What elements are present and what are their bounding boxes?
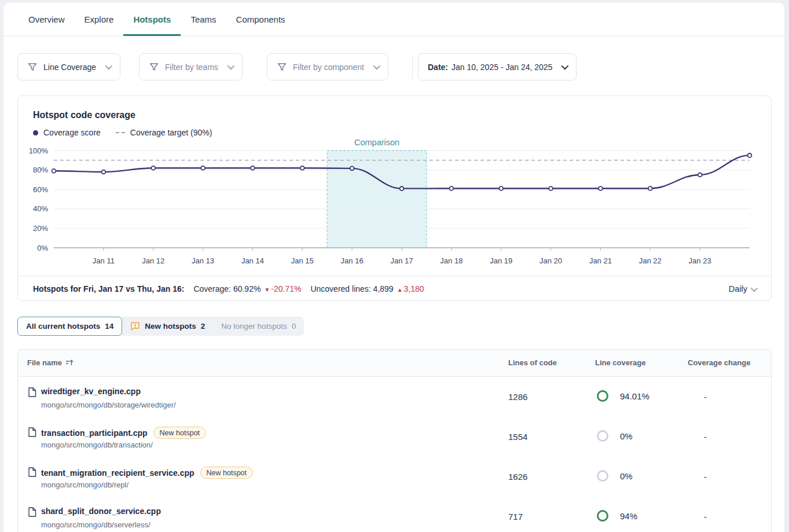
file-name: tenant_migration_recipient_service.cpp: [41, 468, 195, 478]
uncovered-summary: Uncovered lines: 4,899▲3,180: [310, 284, 424, 293]
teams-filter-dropdown[interactable]: Filter by teams: [139, 53, 243, 80]
coverage-change-value: -: [704, 432, 707, 442]
file-name: shard_split_donor_service.cpp: [41, 507, 161, 516]
svg-text:40%: 40%: [33, 204, 48, 213]
table-row[interactable]: shard_split_donor_service.cpp mongo/src/…: [18, 497, 771, 532]
svg-text:Jan 23: Jan 23: [689, 256, 711, 265]
tab-overview[interactable]: Overview: [19, 3, 75, 36]
chevron-down-icon: [373, 63, 381, 70]
svg-text:Jan 21: Jan 21: [589, 256, 612, 265]
chevron-down-icon: [227, 63, 234, 70]
legend-coverage-target: Coverage target (90%): [116, 128, 212, 137]
lines-of-code-value: 1626: [508, 472, 527, 482]
comment-alert-icon: [130, 321, 140, 331]
svg-text:0%: 0%: [37, 244, 48, 252]
coverage-ring-indicator: [597, 430, 608, 442]
hotspot-tab-group: All current hotspots 14 New hotspots 2 N…: [17, 317, 304, 336]
table-row[interactable]: tenant_migration_recipient_service.cppNe…: [18, 457, 771, 497]
svg-text:Jan 11: Jan 11: [93, 256, 115, 265]
coverage-summary: Coverage: 60.92%▼-20.71%: [193, 284, 301, 293]
tab-new-count: 2: [201, 322, 205, 331]
coverage-line-chart: 0%20%40%60%80%100%Jan 11Jan 12Jan 13Jan …: [23, 138, 775, 274]
coverage-score-dot: [33, 130, 38, 135]
coverage-percent: 94%: [620, 511, 637, 521]
tab-all-count: 14: [105, 322, 113, 331]
file-icon: [28, 387, 36, 397]
funnel-icon: [27, 62, 38, 72]
tab-hotspots[interactable]: Hotspots: [123, 3, 181, 36]
decrease-triangle-icon: ▼: [264, 287, 270, 293]
tab-new-hotspots[interactable]: New hotspots 2: [122, 317, 213, 336]
column-coverage-change: Coverage change: [688, 358, 750, 367]
svg-text:Jan 20: Jan 20: [540, 256, 562, 265]
legend-coverage-score: Coverage score: [33, 128, 101, 137]
hotspots-comparison-title: Hotspots for Fri, Jan 17 vs Thu, Jan 16:: [33, 284, 184, 293]
tab-all-label: All current hotspots: [26, 322, 100, 331]
new-hotspot-badge: New hotspot: [153, 427, 206, 439]
coverage-target-dash: [116, 132, 125, 133]
file-icon: [28, 427, 36, 437]
tab-components[interactable]: Components: [226, 3, 295, 36]
svg-text:Jan 14: Jan 14: [241, 256, 264, 265]
chart-footer: Hotspots for Fri, Jan 17 vs Thu, Jan 16:…: [18, 276, 771, 302]
svg-text:20%: 20%: [33, 224, 48, 233]
date-range-value: Jan 10, 2025 - Jan 24, 2025: [452, 63, 552, 72]
teams-filter-label: Filter by teams: [165, 63, 218, 72]
column-lines-of-code: Lines of code: [508, 358, 557, 367]
coverage-chart-card: Hotspot code coverage Coverage score Cov…: [17, 96, 772, 301]
filter-divider: [412, 56, 413, 79]
svg-text:Jan 16: Jan 16: [341, 256, 364, 265]
tab-new-label: New hotspots: [145, 322, 196, 331]
coverage-ring-indicator: [597, 510, 608, 522]
coverage-delta: -20.71%: [271, 284, 301, 293]
tab-explore[interactable]: Explore: [75, 3, 124, 36]
metric-filter-dropdown[interactable]: Line Coverage: [17, 53, 120, 80]
file-name: transaction_participant.cpp: [41, 428, 148, 438]
coverage-percent: 0%: [620, 431, 633, 441]
tab-no-longer-hotspots[interactable]: No longer hotspots 0: [213, 317, 304, 336]
svg-text:Jan 17: Jan 17: [390, 256, 413, 265]
svg-text:60%: 60%: [33, 185, 48, 194]
svg-text:Jan 18: Jan 18: [440, 256, 463, 265]
chevron-down-icon: [562, 63, 569, 70]
tab-nolonger-label: No longer hotspots: [221, 322, 287, 331]
coverage-percent: 94.01%: [620, 391, 649, 401]
table-row[interactable]: wiredtiger_kv_engine.cpp mongo/src/mongo…: [18, 377, 771, 417]
coverage-change-value: -: [704, 392, 707, 402]
sort-ascending-icon: [65, 359, 74, 366]
coverage-change-value: -: [704, 512, 707, 522]
new-hotspot-badge: New hotspot: [200, 467, 253, 479]
date-prefix: Date:: [428, 63, 448, 72]
funnel-icon: [149, 62, 159, 72]
file-path: mongo/src/mongo/db/transaction/: [41, 441, 153, 449]
top-nav: Overview Explore Hotspots Teams Componen…: [3, 3, 784, 36]
chevron-down-icon: [751, 284, 758, 292]
svg-text:Jan 15: Jan 15: [291, 256, 314, 265]
tab-teams[interactable]: Teams: [181, 3, 226, 36]
chart-title: Hotspot code coverage: [33, 110, 135, 120]
hotspots-table: File name Lines of code Line coverage Co…: [17, 349, 772, 532]
component-filter-dropdown[interactable]: Filter by component: [267, 53, 388, 80]
coverage-change-value: -: [704, 472, 707, 482]
column-file-name[interactable]: File name: [27, 358, 74, 367]
granularity-value: Daily: [729, 284, 747, 293]
lines-of-code-value: 1554: [508, 432, 527, 442]
funnel-icon: [277, 62, 287, 72]
file-name: wiredtiger_kv_engine.cpp: [41, 387, 141, 396]
tab-all-current-hotspots[interactable]: All current hotspots 14: [17, 317, 122, 336]
component-filter-label: Filter by component: [293, 63, 364, 72]
chevron-down-icon: [105, 63, 113, 70]
table-row[interactable]: transaction_participant.cppNew hotspot m…: [18, 417, 771, 457]
tab-nolonger-count: 0: [292, 322, 296, 331]
file-icon: [28, 467, 36, 477]
svg-text:Comparison: Comparison: [354, 138, 399, 147]
uncovered-delta: 3,180: [404, 284, 424, 293]
coverage-percent: 0%: [620, 471, 633, 481]
date-range-dropdown[interactable]: Date: Jan 10, 2025 - Jan 24, 2025: [418, 53, 577, 80]
filter-bar: Line Coverage Filter by teams Filter by …: [17, 53, 770, 80]
file-path: mongo/src/mongo/db/repl/: [41, 480, 129, 489]
file-path: mongo/src/mongo/db/storage/wiredtiger/: [41, 401, 176, 409]
granularity-dropdown[interactable]: Daily: [729, 284, 756, 293]
svg-text:Jan 13: Jan 13: [192, 256, 214, 265]
svg-text:100%: 100%: [29, 146, 49, 155]
